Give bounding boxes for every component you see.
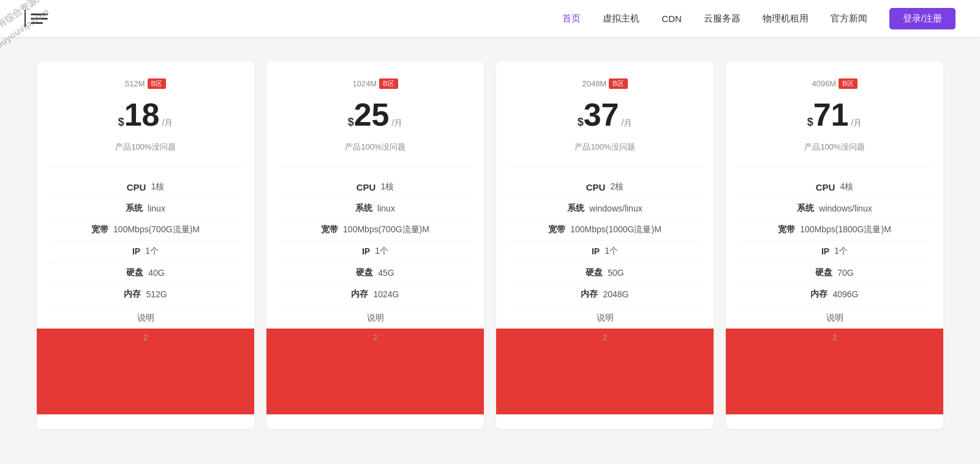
card-2-slogan: 产品100%没问题 (279, 142, 472, 153)
card-1-footer: 2 (37, 329, 254, 342)
card-2-disk: 硬盘 45G (279, 262, 472, 284)
card-3-red-block: 2 (496, 329, 714, 414)
logo-lines-icon (31, 13, 48, 24)
card-1-cpu: CPU 1核 (49, 177, 242, 198)
card-1-zone: 512M B区 (49, 78, 242, 89)
card-1-price: $ 18 /月 (49, 99, 242, 131)
nav-link-vhost[interactable]: 虚拟主机 (603, 13, 639, 25)
card-2-footer: 2 (266, 329, 484, 342)
logo (24, 10, 48, 27)
card-4-specs: CPU 4核 系统 windows/linux 宽带 100Mbps(1800G… (738, 166, 931, 329)
nav-link-physical[interactable]: 物理机租用 (763, 13, 809, 25)
card-4-zone: 4096M B区 (738, 78, 931, 89)
card-1-note: 说明 (49, 305, 242, 329)
card-1-memory: 内存 512G (49, 284, 242, 305)
main-content: 512M B区 $ 18 /月 产品100%没问题 CPU 1核 系统 linu… (0, 37, 980, 454)
card-1-disk: 硬盘 40G (49, 262, 242, 284)
card-4-footer: 2 (726, 329, 943, 342)
card-2-zone: 1024M B区 (279, 78, 472, 89)
card-3-price: $ 37 /月 (508, 99, 701, 131)
pricing-card-1: 512M B区 $ 18 /月 产品100%没问题 CPU 1核 系统 linu… (37, 61, 254, 429)
card-2-memory: 内存 1024G (279, 284, 472, 305)
navbar: 首页 虚拟主机 CDN 云服务器 物理机租用 官方新闻 登录/注册 (0, 0, 980, 37)
card-3-system: 系统 windows/linux (508, 198, 701, 219)
card-4-note: 说明 (738, 305, 931, 329)
card-4-cpu: CPU 4核 (738, 177, 931, 198)
zone-badge-2: B区 (379, 78, 398, 89)
card-3-ip: IP 1个 (508, 241, 701, 262)
nav-link-news[interactable]: 官方新闻 (831, 13, 867, 25)
card-3-disk: 硬盘 50G (508, 262, 701, 284)
card-4-disk: 硬盘 70G (738, 262, 931, 284)
card-4-memory: 内存 4096G (738, 284, 931, 305)
card-3-zone: 2048M B区 (508, 78, 701, 89)
card-2-ip: IP 1个 (279, 241, 472, 262)
nav-link-cdn[interactable]: CDN (662, 13, 682, 24)
zone-badge-3: B区 (609, 78, 627, 89)
card-4-red-block: 2 (726, 329, 943, 414)
card-3-slogan: 产品100%没问题 (508, 142, 701, 153)
card-3-memory: 内存 2048G (508, 284, 701, 305)
card-3-specs: CPU 2核 系统 windows/linux 宽带 100Mbps(1000G… (508, 166, 701, 329)
card-4-slogan: 产品100%没问题 (738, 142, 931, 153)
card-2-cpu: CPU 1核 (279, 177, 472, 198)
card-2-note: 说明 (279, 305, 472, 329)
card-4-system: 系统 windows/linux (738, 198, 931, 219)
card-4-ip: IP 1个 (738, 241, 931, 262)
card-2-price: $ 25 /月 (279, 99, 472, 131)
card-2-bandwidth: 宽带 100Mbps(700G流量)M (279, 219, 472, 241)
card-3-note: 说明 (508, 305, 701, 329)
cards-grid: 512M B区 $ 18 /月 产品100%没问题 CPU 1核 系统 linu… (37, 61, 943, 429)
login-button[interactable]: 登录/注册 (889, 8, 956, 29)
card-2-red-block: 2 (266, 329, 484, 414)
card-2-specs: CPU 1核 系统 linux 宽带 100Mbps(700G流量)M IP 1… (279, 166, 472, 329)
card-1-system: 系统 linux (49, 198, 242, 219)
nav-links: 首页 虚拟主机 CDN 云服务器 物理机租用 官方新闻 登录/注册 (562, 8, 956, 29)
card-1-specs: CPU 1核 系统 linux 宽带 100Mbps(700G流量)M IP 1… (49, 166, 242, 329)
card-3-bandwidth: 宽带 100Mbps(1000G流量)M (508, 219, 701, 241)
card-1-red-block: 2 (37, 329, 254, 414)
pricing-card-2: 1024M B区 $ 25 /月 产品100%没问题 CPU 1核 系统 lin… (266, 61, 484, 429)
pricing-card-4: 4096M B区 $ 71 /月 产品100%没问题 CPU 4核 系统 win… (726, 61, 943, 429)
card-4-price: $ 71 /月 (738, 99, 931, 131)
card-1-bandwidth: 宽带 100Mbps(700G流量)M (49, 219, 242, 241)
nav-link-cloud[interactable]: 云服务器 (704, 13, 741, 25)
card-1-slogan: 产品100%没问题 (49, 142, 242, 153)
nav-link-home[interactable]: 首页 (562, 13, 581, 25)
card-4-bandwidth: 宽带 100Mbps(1800G流量)M (738, 219, 931, 241)
zone-badge-4: B区 (839, 78, 857, 89)
card-1-ip: IP 1个 (49, 241, 242, 262)
zone-badge-1: B区 (148, 78, 166, 89)
card-3-cpu: CPU 2核 (508, 177, 701, 198)
card-2-system: 系统 linux (279, 198, 472, 219)
logo-bar-icon (24, 10, 26, 27)
pricing-card-3: 2048M B区 $ 37 /月 产品100%没问题 CPU 2核 系统 win… (496, 61, 714, 429)
card-3-footer: 2 (496, 329, 714, 342)
